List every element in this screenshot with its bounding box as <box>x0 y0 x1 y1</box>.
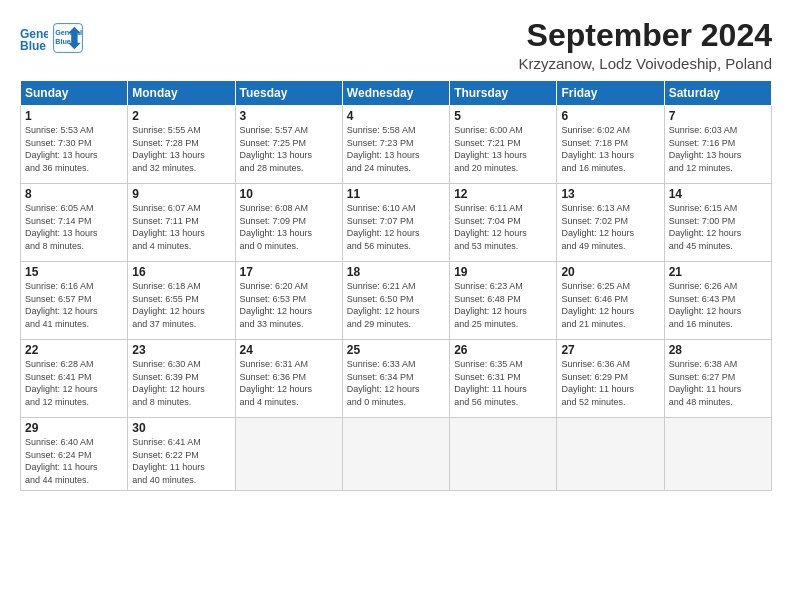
calendar-header-tuesday: Tuesday <box>235 81 342 106</box>
calendar-day-5: 5Sunrise: 6:00 AMSunset: 7:21 PMDaylight… <box>450 106 557 184</box>
logo-icon: General Blue <box>20 24 48 52</box>
calendar-day-4: 4Sunrise: 5:58 AMSunset: 7:23 PMDaylight… <box>342 106 449 184</box>
calendar-day-8: 8Sunrise: 6:05 AMSunset: 7:14 PMDaylight… <box>21 184 128 262</box>
calendar-empty-cell <box>664 418 771 490</box>
calendar-day-10: 10Sunrise: 6:08 AMSunset: 7:09 PMDayligh… <box>235 184 342 262</box>
svg-text:Blue: Blue <box>20 39 46 52</box>
header: General Blue General Blue September 2024… <box>20 18 772 72</box>
calendar-empty-cell <box>342 418 449 490</box>
svg-text:Blue: Blue <box>55 37 71 46</box>
calendar-day-25: 25Sunrise: 6:33 AMSunset: 6:34 PMDayligh… <box>342 340 449 418</box>
calendar-day-16: 16Sunrise: 6:18 AMSunset: 6:55 PMDayligh… <box>128 262 235 340</box>
calendar-header-wednesday: Wednesday <box>342 81 449 106</box>
calendar-day-26: 26Sunrise: 6:35 AMSunset: 6:31 PMDayligh… <box>450 340 557 418</box>
calendar-week-2: 8Sunrise: 6:05 AMSunset: 7:14 PMDaylight… <box>21 184 772 262</box>
calendar-day-12: 12Sunrise: 6:11 AMSunset: 7:04 PMDayligh… <box>450 184 557 262</box>
calendar-table: SundayMondayTuesdayWednesdayThursdayFrid… <box>20 80 772 490</box>
calendar-day-23: 23Sunrise: 6:30 AMSunset: 6:39 PMDayligh… <box>128 340 235 418</box>
calendar-header-sunday: Sunday <box>21 81 128 106</box>
page: General Blue General Blue September 2024… <box>0 0 792 612</box>
calendar-day-30: 30Sunrise: 6:41 AMSunset: 6:22 PMDayligh… <box>128 418 235 490</box>
calendar-day-22: 22Sunrise: 6:28 AMSunset: 6:41 PMDayligh… <box>21 340 128 418</box>
month-title: September 2024 <box>519 18 773 53</box>
calendar-empty-cell <box>557 418 664 490</box>
calendar-day-14: 14Sunrise: 6:15 AMSunset: 7:00 PMDayligh… <box>664 184 771 262</box>
calendar-day-24: 24Sunrise: 6:31 AMSunset: 6:36 PMDayligh… <box>235 340 342 418</box>
calendar-day-19: 19Sunrise: 6:23 AMSunset: 6:48 PMDayligh… <box>450 262 557 340</box>
calendar-day-13: 13Sunrise: 6:13 AMSunset: 7:02 PMDayligh… <box>557 184 664 262</box>
calendar-day-9: 9Sunrise: 6:07 AMSunset: 7:11 PMDaylight… <box>128 184 235 262</box>
calendar-day-27: 27Sunrise: 6:36 AMSunset: 6:29 PMDayligh… <box>557 340 664 418</box>
calendar-day-28: 28Sunrise: 6:38 AMSunset: 6:27 PMDayligh… <box>664 340 771 418</box>
calendar-week-1: 1Sunrise: 5:53 AMSunset: 7:30 PMDaylight… <box>21 106 772 184</box>
location-title: Krzyzanow, Lodz Voivodeship, Poland <box>519 55 773 72</box>
calendar-header-monday: Monday <box>128 81 235 106</box>
logo-svg: General Blue <box>52 22 84 54</box>
calendar-day-15: 15Sunrise: 6:16 AMSunset: 6:57 PMDayligh… <box>21 262 128 340</box>
calendar-header-row: SundayMondayTuesdayWednesdayThursdayFrid… <box>21 81 772 106</box>
calendar-day-17: 17Sunrise: 6:20 AMSunset: 6:53 PMDayligh… <box>235 262 342 340</box>
calendar-empty-cell <box>450 418 557 490</box>
calendar-week-4: 22Sunrise: 6:28 AMSunset: 6:41 PMDayligh… <box>21 340 772 418</box>
calendar-week-3: 15Sunrise: 6:16 AMSunset: 6:57 PMDayligh… <box>21 262 772 340</box>
calendar-day-7: 7Sunrise: 6:03 AMSunset: 7:16 PMDaylight… <box>664 106 771 184</box>
calendar-week-5: 29Sunrise: 6:40 AMSunset: 6:24 PMDayligh… <box>21 418 772 490</box>
calendar-day-6: 6Sunrise: 6:02 AMSunset: 7:18 PMDaylight… <box>557 106 664 184</box>
calendar-empty-cell <box>235 418 342 490</box>
calendar-day-18: 18Sunrise: 6:21 AMSunset: 6:50 PMDayligh… <box>342 262 449 340</box>
title-block: September 2024 Krzyzanow, Lodz Voivodesh… <box>519 18 773 72</box>
calendar-header-thursday: Thursday <box>450 81 557 106</box>
calendar-day-2: 2Sunrise: 5:55 AMSunset: 7:28 PMDaylight… <box>128 106 235 184</box>
calendar-header-friday: Friday <box>557 81 664 106</box>
calendar-day-29: 29Sunrise: 6:40 AMSunset: 6:24 PMDayligh… <box>21 418 128 490</box>
calendar-day-20: 20Sunrise: 6:25 AMSunset: 6:46 PMDayligh… <box>557 262 664 340</box>
calendar-day-21: 21Sunrise: 6:26 AMSunset: 6:43 PMDayligh… <box>664 262 771 340</box>
calendar-day-1: 1Sunrise: 5:53 AMSunset: 7:30 PMDaylight… <box>21 106 128 184</box>
logo: General Blue General Blue <box>20 22 84 54</box>
calendar-day-11: 11Sunrise: 6:10 AMSunset: 7:07 PMDayligh… <box>342 184 449 262</box>
calendar-header-saturday: Saturday <box>664 81 771 106</box>
calendar-day-3: 3Sunrise: 5:57 AMSunset: 7:25 PMDaylight… <box>235 106 342 184</box>
